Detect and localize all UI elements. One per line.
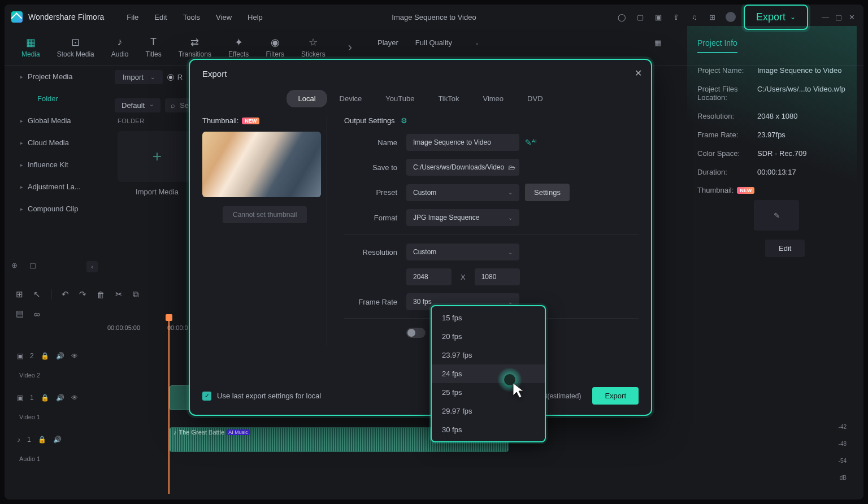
- menu-file[interactable]: File: [127, 13, 138, 21]
- edit-button[interactable]: Edit: [765, 240, 805, 257]
- modal-tab-dvd[interactable]: DVD: [516, 90, 554, 107]
- name-input[interactable]: [406, 134, 519, 151]
- grid-icon[interactable]: ⊞: [16, 289, 23, 299]
- folder-icon[interactable]: ▢: [29, 261, 40, 271]
- tab-transitions[interactable]: ⇄Transitions: [179, 37, 211, 58]
- modal-export-button[interactable]: Export: [592, 387, 639, 405]
- screen-icon[interactable]: ▢: [635, 12, 645, 22]
- undo-icon[interactable]: ↶: [62, 289, 69, 299]
- close-icon[interactable]: ✕: [849, 13, 857, 21]
- pointer-icon[interactable]: ↖: [33, 289, 41, 299]
- sidebar-influence-kit[interactable]: ▸Influence Kit: [9, 154, 111, 176]
- sidebar-cloud-media[interactable]: ▸Cloud Media: [9, 132, 111, 154]
- cut-icon[interactable]: ✂: [115, 289, 123, 299]
- playhead[interactable]: [168, 314, 170, 494]
- thumbnail-edit-box[interactable]: ✎: [754, 200, 799, 231]
- avatar-icon[interactable]: [726, 12, 736, 22]
- toggle-switch[interactable]: [406, 328, 426, 338]
- modal-tab-device[interactable]: Device: [328, 90, 374, 107]
- ai-rename-icon[interactable]: ✎ᴬᴵ: [525, 138, 537, 147]
- modal-tab-vimeo[interactable]: Vimeo: [471, 90, 515, 107]
- resolution-width-input[interactable]: [406, 268, 452, 285]
- gear-icon[interactable]: ⚙: [401, 116, 407, 125]
- quality-select[interactable]: Full Quality ⌄: [415, 38, 479, 47]
- audio-track-1[interactable]: ♪ The Great Battle AI Music: [102, 427, 688, 452]
- headphone-icon[interactable]: ♫: [689, 12, 700, 22]
- crop-icon[interactable]: ⧉: [133, 289, 139, 299]
- snapshot-icon[interactable]: ▦: [654, 38, 661, 47]
- meter-48: -48: [839, 441, 847, 447]
- new-folder-icon[interactable]: ⊕: [11, 261, 21, 271]
- fps-option-15[interactable]: 15 fps: [432, 309, 545, 327]
- save-icon[interactable]: ▣: [653, 12, 663, 22]
- new-badge: NEW: [242, 118, 259, 124]
- modal-tab-tiktok[interactable]: TikTok: [427, 90, 470, 107]
- fps-option-24[interactable]: 24 fps: [432, 364, 545, 383]
- fps-option-29-97[interactable]: 29.97 fps: [432, 402, 545, 420]
- tab-media[interactable]: ▦Media: [21, 37, 40, 58]
- redo-icon[interactable]: ↷: [79, 289, 86, 299]
- maximize-icon[interactable]: ▢: [835, 13, 843, 21]
- lock-icon[interactable]: 🔒: [38, 436, 46, 444]
- titles-icon: T: [150, 37, 157, 48]
- record-toggle[interactable]: R: [167, 73, 183, 81]
- sidebar-project-media[interactable]: ▸Project Media: [9, 66, 111, 88]
- browse-folder-icon[interactable]: 🗁: [508, 163, 515, 172]
- layers-icon[interactable]: ▤: [16, 309, 24, 319]
- upload-icon[interactable]: ⇧: [671, 12, 682, 22]
- mute-icon[interactable]: 🔊: [53, 436, 62, 444]
- import-media-tile[interactable]: +: [118, 131, 197, 182]
- link-icon[interactable]: ∞: [34, 309, 40, 319]
- sidebar-adjustment-layer[interactable]: ▸Adjustment La...: [9, 176, 111, 198]
- tab-titles[interactable]: TTitles: [145, 37, 161, 58]
- fps-option-30[interactable]: 30 fps: [432, 420, 545, 439]
- lock-icon[interactable]: 🔒: [41, 394, 49, 402]
- saveto-input[interactable]: [406, 159, 519, 176]
- effects-icon: ✦: [235, 37, 243, 48]
- format-select[interactable]: JPG Image Sequence ⌄: [406, 209, 519, 226]
- modal-close-icon[interactable]: ✕: [635, 68, 642, 79]
- tab-filters[interactable]: ◉Filters: [266, 37, 284, 58]
- lock-icon[interactable]: 🔒: [41, 352, 49, 360]
- sidebar-global-media[interactable]: ▸Global Media: [9, 110, 111, 132]
- delete-icon[interactable]: 🗑: [97, 290, 105, 299]
- preset-settings-button[interactable]: Settings: [525, 184, 570, 201]
- collapse-sidebar-icon[interactable]: ‹: [86, 261, 98, 272]
- stock-icon: ⊡: [71, 37, 80, 48]
- tab-label: Stock Media: [57, 50, 94, 58]
- preset-label: Preset: [344, 188, 406, 197]
- sort-dropdown[interactable]: Default ⌄: [115, 98, 160, 112]
- fps-option-25[interactable]: 25 fps: [432, 383, 545, 402]
- cloud-icon[interactable]: ◯: [617, 12, 627, 22]
- sidebar-compound-clip[interactable]: ▸Compound Clip: [9, 198, 111, 220]
- output-settings-label: Output Settings: [344, 116, 395, 125]
- tab-audio[interactable]: ♪Audio: [111, 37, 129, 58]
- framerate-value: 30 fps: [413, 298, 432, 306]
- tab-stickers[interactable]: ☆Stickers: [301, 37, 326, 58]
- eye-icon[interactable]: 👁: [71, 352, 78, 360]
- eye-icon[interactable]: 👁: [71, 394, 78, 402]
- modal-tab-local[interactable]: Local: [287, 90, 327, 107]
- tab-stock-media[interactable]: ⊡Stock Media: [57, 37, 94, 58]
- sidebar-folder[interactable]: Folder: [9, 88, 111, 110]
- more-tabs-icon[interactable]: ›: [348, 40, 352, 55]
- menu-help[interactable]: Help: [248, 13, 263, 21]
- export-button-label: Export: [756, 11, 785, 23]
- menu-tools[interactable]: Tools: [183, 13, 200, 21]
- mute-icon[interactable]: 🔊: [56, 352, 64, 360]
- menu-view[interactable]: View: [216, 13, 232, 21]
- fps-option-23-97[interactable]: 23.97 fps: [432, 346, 545, 364]
- preset-select[interactable]: Custom ⌄: [406, 184, 519, 201]
- fps-option-20[interactable]: 20 fps: [432, 327, 545, 346]
- menu-edit[interactable]: Edit: [154, 13, 167, 21]
- tab-effects[interactable]: ✦Effects: [228, 37, 249, 58]
- apps-icon[interactable]: ⊞: [708, 12, 718, 22]
- mute-icon[interactable]: 🔊: [56, 394, 64, 402]
- modal-tab-youtube[interactable]: YouTube: [374, 90, 426, 107]
- export-button[interactable]: Export ⌄: [744, 5, 808, 30]
- checkbox-checked-icon[interactable]: ✓: [202, 392, 211, 401]
- resolution-height-input[interactable]: [475, 268, 520, 285]
- import-dropdown[interactable]: Import ⌄: [115, 70, 163, 84]
- minimize-icon[interactable]: —: [822, 13, 830, 21]
- resolution-select[interactable]: Custom ⌄: [406, 244, 519, 260]
